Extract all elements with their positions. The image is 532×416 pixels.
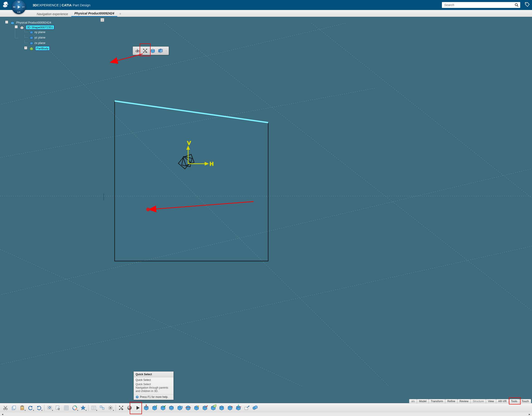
compass-west: 3D [13,6,16,8]
sphere-icon[interactable] [125,404,133,412]
robot-icon[interactable] [133,47,141,54]
copy-icon[interactable] [10,404,18,412]
svg-line-13 [0,239,303,387]
svg-rect-57 [21,407,23,407]
box-dot-icon[interactable] [192,404,200,412]
ribbon-tab-essentials[interactable]: als [409,399,417,404]
expander-icon[interactable]: + [24,46,27,49]
ribbon-tab-tools[interactable]: Tools [509,399,520,404]
spec-tree[interactable]: − Physical Product00092424 − 3D Shape000… [0,18,104,54]
update-icon[interactable]: ▼ [46,404,54,412]
axis-system-icon[interactable]: ▼ [71,404,79,412]
svg-line-86 [111,406,112,407]
tree-root-label[interactable]: Physical Product00092424 [16,21,51,24]
paste-icon[interactable]: ▼ [18,404,26,412]
tag-icon[interactable] [525,2,530,8]
toolbar-separator [44,405,44,411]
box-axis-icon[interactable] [234,404,242,412]
tree-shape-label[interactable]: 3D Shape00072351 [26,25,54,29]
tree-plane-xy[interactable]: xy plane [34,30,45,34]
search-input[interactable] [444,3,515,7]
tree-plane-zx[interactable]: zx plane [34,41,45,45]
selected-plane[interactable] [114,101,268,261]
box-link-icon[interactable] [226,404,234,412]
pad-icon[interactable] [142,404,150,412]
plane-icon [29,41,34,45]
tooltip-subtitle: Quick Select [134,377,173,382]
box-row-icon[interactable] [176,404,184,412]
box-slide-icon[interactable] [184,404,192,412]
export-icon[interactable] [243,404,251,412]
ribbon-tab-review[interactable]: Review [457,399,471,404]
toolbar-drag-handle[interactable]: ▫ [164,47,168,54]
svg-line-77 [102,407,103,408]
cut-icon[interactable] [1,404,10,412]
settings-icon[interactable]: ▼ [106,404,114,412]
expander-icon[interactable]: − [15,25,18,28]
grid-display-icon[interactable] [62,404,70,412]
tooltip-desc: Navigation through parents and children … [136,386,168,393]
compass-widget[interactable]: W V.R 3D V+ [12,0,26,14]
horizontal-scrollbar[interactable]: ◄ ► [0,412,532,416]
svg-rect-55 [21,406,24,410]
ribbon-tab-arvr[interactable]: AR-VR [496,399,509,404]
svg-line-84 [111,409,112,409]
tab-add-button[interactable]: + [117,11,123,17]
tree-plane-yz[interactable]: yz plane [34,36,45,39]
app-title: 3DEXPERIENCE | CATIA Part Design [33,3,90,7]
pad-plus-icon[interactable]: + [151,404,159,412]
search-box[interactable] [442,2,520,8]
ribbon-tab-touch[interactable]: Touch [519,399,531,404]
multi-box-icon[interactable] [251,404,259,412]
tree-partbody-label[interactable]: PartBody [35,46,50,50]
offset-plane-icon[interactable] [157,47,164,54]
ds-logo-icon[interactable] [2,1,9,9]
toolbar-separator [116,405,116,411]
play-icon[interactable] [17,5,21,9]
tree-reframe-icon[interactable] [98,404,106,412]
svg-line-3 [517,5,518,7]
axis-h-label: H [210,161,214,167]
axis-v-label: V [187,140,191,146]
favorite-icon[interactable]: ▼ [79,404,87,412]
svg-line-85 [109,409,110,409]
tab-physical-product[interactable]: Physical Product00092424 [71,10,117,17]
play-icon[interactable] [134,404,142,412]
svg-marker-29 [30,37,33,39]
box-grid-icon[interactable] [218,404,226,412]
redo-icon[interactable]: ▼ [35,404,43,412]
spec-tree-panel: ‹ − Physical Product00092424 − 3D Shape0… [0,18,104,54]
help-icon: ? [136,395,139,398]
ribbon-tab-view[interactable]: View [486,399,496,404]
ribbon-tab-refine[interactable]: Refine [445,399,457,404]
scene-svg: V H [0,17,532,402]
box-arrow-icon[interactable] [201,404,209,412]
shell-check-icon[interactable] [159,404,167,412]
plane-icon [29,30,34,34]
undo-icon[interactable]: ▼ [27,404,35,412]
list-icon[interactable]: ▼ [90,404,98,412]
bottom-toolbar: ▼▼▼▼▼▼▼▼+ [0,403,532,412]
svg-point-93 [127,406,132,410]
box-stack-icon[interactable] [167,404,175,412]
box-plane-icon[interactable] [209,404,217,412]
ribbon-tab-model[interactable]: Model [417,399,429,404]
tab-navigation-experience[interactable]: Navigation experience [34,11,71,17]
compass-north: W [18,1,20,3]
search-icon[interactable] [515,3,518,7]
svg-marker-94 [136,406,140,410]
sketch-face-icon[interactable] [149,47,157,54]
scroll-left-icon[interactable]: ◄ [0,412,5,416]
ribbon-tab-transform[interactable]: Transform [428,399,445,404]
quick-select-icon[interactable] [141,47,149,54]
svg-rect-54 [13,406,16,409]
scroll-right-icon[interactable]: ► [527,412,532,416]
select-under-icon[interactable] [54,404,62,412]
svg-rect-109 [181,406,182,408]
viewport-divider[interactable] [104,193,104,200]
quick-select-icon[interactable] [117,404,125,412]
expander-icon[interactable]: − [5,21,8,24]
viewport-3d[interactable]: V H [0,17,532,402]
svg-marker-14 [114,101,268,261]
ribbon-tab-structure[interactable]: Structure [470,399,486,404]
